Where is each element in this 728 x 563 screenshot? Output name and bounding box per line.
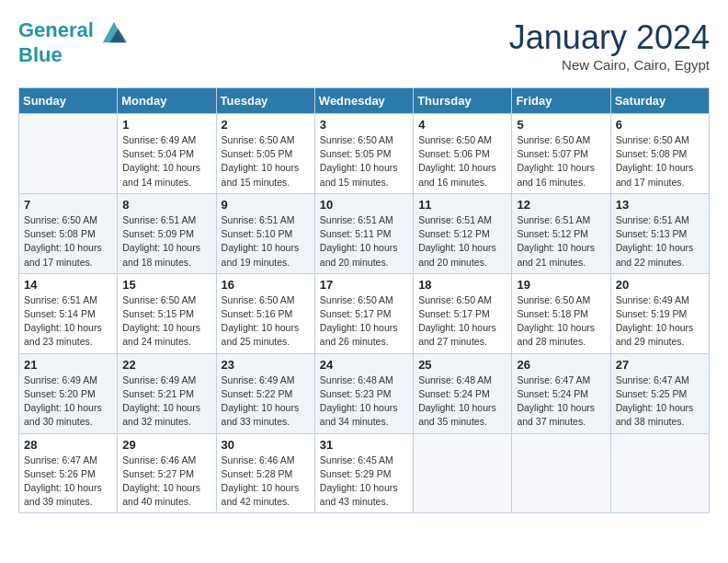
day-number: 9 — [222, 198, 310, 212]
week-row-4: 21 Sunrise: 6:49 AMSunset: 5:20 PMDaylig… — [19, 353, 710, 433]
day-number: 15 — [122, 278, 210, 292]
weekday-header-sunday: Sunday — [19, 88, 118, 114]
calendar-cell: 24 Sunrise: 6:48 AMSunset: 5:23 PMDaylig… — [314, 353, 413, 433]
calendar-cell: 10 Sunrise: 6:51 AMSunset: 5:11 PMDaylig… — [314, 193, 413, 273]
day-info: Sunrise: 6:51 AMSunset: 5:14 PMDaylight:… — [24, 293, 112, 350]
day-number: 8 — [122, 198, 210, 212]
calendar-cell — [414, 433, 512, 513]
weekday-header-saturday: Saturday — [610, 88, 709, 114]
calendar-cell: 22 Sunrise: 6:49 AMSunset: 5:21 PMDaylig… — [118, 353, 216, 433]
day-info: Sunrise: 6:49 AMSunset: 5:19 PMDaylight:… — [616, 293, 704, 350]
calendar-cell: 7 Sunrise: 6:50 AMSunset: 5:08 PMDayligh… — [19, 193, 118, 273]
day-number: 23 — [222, 358, 310, 372]
day-number: 31 — [320, 438, 408, 452]
day-number: 18 — [418, 278, 506, 292]
day-number: 12 — [517, 198, 605, 212]
calendar-cell: 9 Sunrise: 6:51 AMSunset: 5:10 PMDayligh… — [216, 193, 314, 273]
day-info: Sunrise: 6:51 AMSunset: 5:10 PMDaylight:… — [222, 213, 310, 270]
weekday-header-friday: Friday — [512, 88, 610, 114]
calendar-cell: 4 Sunrise: 6:50 AMSunset: 5:06 PMDayligh… — [414, 114, 512, 194]
day-number: 11 — [418, 198, 506, 212]
location: New Cairo, Cairo, Egypt — [509, 57, 710, 73]
calendar-cell: 8 Sunrise: 6:51 AMSunset: 5:09 PMDayligh… — [118, 193, 216, 273]
calendar-cell: 27 Sunrise: 6:47 AMSunset: 5:25 PMDaylig… — [610, 353, 709, 433]
day-number: 21 — [24, 358, 112, 372]
calendar-cell: 1 Sunrise: 6:49 AMSunset: 5:04 PMDayligh… — [118, 114, 216, 194]
day-number: 13 — [616, 198, 704, 212]
day-info: Sunrise: 6:50 AMSunset: 5:08 PMDaylight:… — [616, 133, 704, 190]
day-info: Sunrise: 6:51 AMSunset: 5:12 PMDaylight:… — [418, 213, 506, 270]
day-info: Sunrise: 6:51 AMSunset: 5:13 PMDaylight:… — [616, 213, 704, 270]
day-info: Sunrise: 6:47 AMSunset: 5:26 PMDaylight:… — [24, 454, 112, 510]
day-number: 2 — [222, 118, 310, 132]
week-row-2: 7 Sunrise: 6:50 AMSunset: 5:08 PMDayligh… — [19, 193, 710, 273]
day-info: Sunrise: 6:46 AMSunset: 5:28 PMDaylight:… — [222, 454, 310, 510]
week-row-5: 28 Sunrise: 6:47 AMSunset: 5:26 PMDaylig… — [19, 433, 710, 513]
day-number: 10 — [320, 198, 408, 212]
calendar-cell: 25 Sunrise: 6:48 AMSunset: 5:24 PMDaylig… — [414, 353, 512, 433]
day-info: Sunrise: 6:50 AMSunset: 5:05 PMDaylight:… — [320, 133, 408, 190]
day-info: Sunrise: 6:46 AMSunset: 5:27 PMDaylight:… — [122, 454, 210, 510]
day-number: 28 — [24, 438, 112, 452]
weekday-header-row: SundayMondayTuesdayWednesdayThursdayFrid… — [19, 88, 710, 114]
day-info: Sunrise: 6:51 AMSunset: 5:11 PMDaylight:… — [320, 213, 408, 270]
month-title: January 2024 — [509, 18, 710, 57]
weekday-header-monday: Monday — [118, 88, 216, 114]
calendar-cell: 23 Sunrise: 6:49 AMSunset: 5:22 PMDaylig… — [216, 353, 314, 433]
day-number: 20 — [616, 278, 704, 292]
day-number: 25 — [418, 358, 506, 372]
weekday-header-thursday: Thursday — [414, 88, 512, 114]
day-info: Sunrise: 6:50 AMSunset: 5:15 PMDaylight:… — [122, 293, 210, 350]
calendar-cell: 2 Sunrise: 6:50 AMSunset: 5:05 PMDayligh… — [216, 114, 314, 194]
day-info: Sunrise: 6:47 AMSunset: 5:25 PMDaylight:… — [616, 373, 704, 430]
day-info: Sunrise: 6:51 AMSunset: 5:12 PMDaylight:… — [517, 213, 605, 270]
page-header: General Blue January 2024 New Cairo, Cai… — [18, 18, 710, 73]
calendar-cell: 14 Sunrise: 6:51 AMSunset: 5:14 PMDaylig… — [19, 273, 118, 353]
calendar-cell: 11 Sunrise: 6:51 AMSunset: 5:12 PMDaylig… — [414, 193, 512, 273]
day-number: 7 — [24, 198, 112, 212]
day-number: 17 — [320, 278, 408, 292]
calendar-cell: 15 Sunrise: 6:50 AMSunset: 5:15 PMDaylig… — [118, 273, 216, 353]
day-number: 16 — [222, 278, 310, 292]
calendar-cell: 21 Sunrise: 6:49 AMSunset: 5:20 PMDaylig… — [19, 353, 118, 433]
weekday-header-tuesday: Tuesday — [216, 88, 314, 114]
calendar-cell: 13 Sunrise: 6:51 AMSunset: 5:13 PMDaylig… — [610, 193, 709, 273]
calendar-cell — [610, 433, 709, 513]
weekday-header-wednesday: Wednesday — [314, 88, 413, 114]
day-number: 4 — [418, 118, 506, 132]
calendar-cell: 12 Sunrise: 6:51 AMSunset: 5:12 PMDaylig… — [512, 193, 610, 273]
logo-blue-text: Blue — [18, 44, 127, 66]
calendar-cell: 28 Sunrise: 6:47 AMSunset: 5:26 PMDaylig… — [19, 433, 118, 513]
day-info: Sunrise: 6:49 AMSunset: 5:04 PMDaylight:… — [122, 133, 210, 190]
day-info: Sunrise: 6:50 AMSunset: 5:17 PMDaylight:… — [418, 293, 506, 350]
day-info: Sunrise: 6:49 AMSunset: 5:21 PMDaylight:… — [122, 373, 210, 430]
calendar-cell — [19, 114, 118, 194]
day-number: 5 — [517, 118, 605, 132]
day-number: 27 — [616, 358, 704, 372]
calendar-cell: 17 Sunrise: 6:50 AMSunset: 5:17 PMDaylig… — [314, 273, 413, 353]
day-info: Sunrise: 6:48 AMSunset: 5:23 PMDaylight:… — [320, 373, 408, 430]
day-number: 6 — [616, 118, 704, 132]
day-number: 3 — [320, 118, 408, 132]
calendar-cell: 26 Sunrise: 6:47 AMSunset: 5:24 PMDaylig… — [512, 353, 610, 433]
day-info: Sunrise: 6:47 AMSunset: 5:24 PMDaylight:… — [517, 373, 605, 430]
day-info: Sunrise: 6:50 AMSunset: 5:16 PMDaylight:… — [222, 293, 310, 350]
logo-text: General — [18, 18, 127, 44]
day-info: Sunrise: 6:50 AMSunset: 5:08 PMDaylight:… — [24, 213, 112, 270]
calendar-cell: 30 Sunrise: 6:46 AMSunset: 5:28 PMDaylig… — [216, 433, 314, 513]
day-number: 22 — [122, 358, 210, 372]
day-number: 29 — [122, 438, 210, 452]
day-number: 19 — [517, 278, 605, 292]
day-info: Sunrise: 6:50 AMSunset: 5:18 PMDaylight:… — [517, 293, 605, 350]
day-number: 24 — [320, 358, 408, 372]
calendar-cell: 3 Sunrise: 6:50 AMSunset: 5:05 PMDayligh… — [314, 114, 413, 194]
calendar-cell: 16 Sunrise: 6:50 AMSunset: 5:16 PMDaylig… — [216, 273, 314, 353]
calendar-cell: 19 Sunrise: 6:50 AMSunset: 5:18 PMDaylig… — [512, 273, 610, 353]
week-row-1: 1 Sunrise: 6:49 AMSunset: 5:04 PMDayligh… — [19, 114, 710, 194]
day-number: 1 — [122, 118, 210, 132]
day-number: 30 — [222, 438, 310, 452]
calendar-cell: 29 Sunrise: 6:46 AMSunset: 5:27 PMDaylig… — [118, 433, 216, 513]
day-info: Sunrise: 6:48 AMSunset: 5:24 PMDaylight:… — [418, 373, 506, 430]
day-info: Sunrise: 6:50 AMSunset: 5:07 PMDaylight:… — [517, 133, 605, 190]
calendar-cell — [512, 433, 610, 513]
